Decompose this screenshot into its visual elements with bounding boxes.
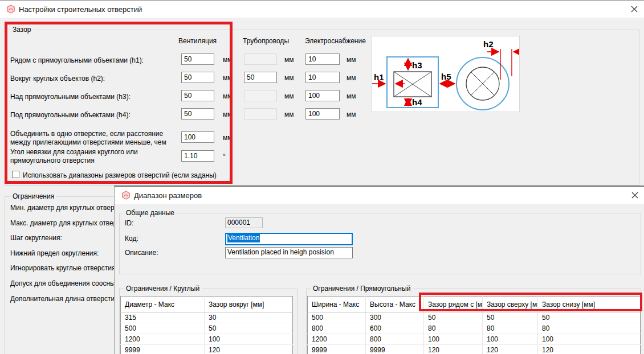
elec-h3-input[interactable] — [305, 90, 340, 101]
gap-group-label: Зазор — [10, 26, 34, 34]
constraint-extra-length-label: Дополнительная длина отверстия — [10, 295, 119, 303]
range-titlebar[interactable]: Диапазон размеров — [115, 187, 644, 204]
rect-group-label: Ограничения / Прямоугольный — [311, 285, 413, 293]
row-label-h1: Рядом с прямоугольными объектами (h1): — [10, 56, 144, 64]
table-row[interactable]: 1200800100100100 — [308, 334, 641, 345]
range-dialog-title: Диапазон размеров — [134, 191, 202, 200]
vent-h3-input[interactable] — [181, 90, 214, 101]
table-row[interactable]: 31530 — [121, 312, 293, 323]
main-dialog-title: Настройки строительных отверстий — [19, 5, 142, 14]
cell[interactable]: 100 — [424, 334, 483, 345]
constraints-group-label: Ограничения — [10, 192, 56, 200]
column-header-ventilation: Вентиляция — [178, 37, 217, 45]
constraint-max-diameter-label: Макс. диаметр для круглых отвер — [10, 219, 117, 227]
unit-mm: мм — [284, 110, 294, 118]
unit-mm: мм — [223, 56, 233, 64]
cell[interactable]: 9999 — [308, 345, 366, 354]
range-close-icon[interactable] — [628, 188, 642, 202]
cell[interactable]: 120 — [424, 345, 483, 354]
round-constraints-table: Диаметр - Макс Зазор вокруг [мм] 31530 5… — [120, 296, 293, 354]
rect-constraints-table: Ширина - Макс Высота - Макс Зазор рядом … — [307, 296, 641, 354]
gap-diagram: h1 h3 h4 h5 h2 — [372, 36, 520, 112]
unit-mm: мм — [223, 110, 233, 118]
merge-distance-input[interactable] — [181, 131, 214, 143]
description-label: Описание: — [125, 249, 158, 257]
cell[interactable]: 100 — [483, 334, 538, 345]
cell[interactable]: 120 — [538, 345, 641, 354]
cell[interactable]: 1200 — [121, 334, 205, 345]
cell[interactable]: 80 — [538, 323, 641, 334]
id-label: ID: — [125, 219, 133, 227]
h5-label: h5 — [441, 72, 451, 81]
table-row[interactable]: 9999120 — [121, 345, 293, 354]
rect-table-header: Ширина - Макс Высота - Макс Зазор рядом … — [308, 297, 641, 312]
use-size-ranges-label: Использовать диапазоны размеров отверсти… — [23, 171, 217, 179]
table-row[interactable]: 50050 — [121, 323, 293, 334]
code-field[interactable]: Ventilation — [225, 233, 353, 245]
pipe-h1-input — [244, 53, 277, 65]
cell[interactable]: 600 — [366, 323, 424, 334]
elec-h1-input[interactable] — [305, 53, 340, 65]
unit-mm: мм — [284, 92, 294, 100]
row-label-h2: Вокруг круглых объектов (h2): — [10, 75, 105, 83]
table-row[interactable]: 800600808080 — [308, 323, 641, 334]
h3-label: h3 — [412, 60, 422, 70]
column-header-electrical: Электроснабжение — [305, 37, 366, 45]
use-size-ranges-checkbox[interactable] — [12, 171, 19, 178]
round-col-diameter: Диаметр - Макс — [121, 297, 205, 312]
cell[interactable]: 80 — [483, 323, 538, 334]
elec-h2-input[interactable] — [305, 72, 340, 83]
cell[interactable]: 1200 — [308, 334, 366, 345]
unit-mm: мм — [284, 74, 294, 82]
cell[interactable]: 9999 — [366, 345, 424, 354]
cell[interactable]: 50 — [538, 312, 641, 323]
table-row[interactable]: 99999999120120120 — [308, 345, 641, 354]
rect-col-gap-bottom: Зазор снизу [мм] — [538, 297, 641, 312]
cell[interactable]: 50 — [483, 312, 538, 323]
cell[interactable]: 120 — [483, 345, 538, 354]
unit-mm: мм — [223, 74, 233, 82]
pipe-h4-input — [244, 108, 277, 120]
vent-h4-input[interactable] — [181, 108, 214, 120]
angle-tolerance-input[interactable] — [181, 150, 214, 162]
cell[interactable]: 800 — [308, 323, 366, 334]
column-header-pipelines: Трубопроводы — [243, 37, 289, 45]
general-group-label: Общие данные — [124, 209, 177, 217]
row-label-h4: Под прямоугольными объектами (h4): — [10, 111, 131, 119]
constraint-coaxial-tolerance-label: Допуск для объединения соосных — [10, 279, 119, 287]
vent-h2-input[interactable] — [181, 72, 214, 83]
main-titlebar[interactable]: Настройки строительных отверстий — [0, 1, 644, 18]
range-dialog: Диапазон размеров Общие данные ID: 00000… — [114, 186, 644, 354]
cell[interactable]: 100 — [205, 334, 293, 345]
cell[interactable]: 100 — [538, 334, 641, 345]
cell[interactable]: 80 — [424, 323, 483, 334]
cell[interactable]: 315 — [121, 312, 205, 323]
constraint-ignore-round-label: Игнорировать круглые отверстия — [10, 264, 116, 272]
cell[interactable]: 500 — [308, 312, 366, 323]
elec-h4-input[interactable] — [305, 108, 340, 120]
rect-col-gap-top: Зазор сверху [мм] — [483, 297, 538, 312]
cell[interactable]: 500 — [121, 323, 205, 334]
unit-degree: ° — [223, 153, 226, 160]
pipe-h2-input[interactable] — [244, 72, 277, 83]
cell[interactable]: 120 — [205, 345, 293, 354]
code-label: Код: — [125, 234, 138, 242]
vent-h1-input[interactable] — [181, 53, 214, 65]
cell[interactable]: 300 — [366, 312, 424, 323]
cell[interactable]: 30 — [205, 312, 293, 323]
main-close-icon[interactable] — [627, 2, 641, 16]
app-icon — [121, 191, 131, 200]
cell[interactable]: 50 — [424, 312, 483, 323]
code-selected-text: Ventilation — [227, 233, 260, 242]
unit-mm: мм — [347, 110, 356, 118]
cell[interactable]: 800 — [366, 334, 424, 345]
description-field[interactable]: Ventilation placed in heigh posision — [225, 247, 353, 258]
round-table-header: Диаметр - Макс Зазор вокруг [мм] — [121, 297, 293, 312]
cell[interactable]: 9999 — [121, 345, 205, 354]
table-row[interactable]: 1200100 — [121, 334, 293, 345]
table-row[interactable]: 500300505050 — [308, 312, 641, 323]
cell[interactable]: 50 — [205, 323, 293, 334]
general-groupbox — [119, 213, 641, 274]
angle-tolerance-label: Угол невязки для создания круглого или п… — [10, 148, 181, 165]
constraint-lower-rounding-label: Нижний предел округления: — [10, 249, 99, 257]
